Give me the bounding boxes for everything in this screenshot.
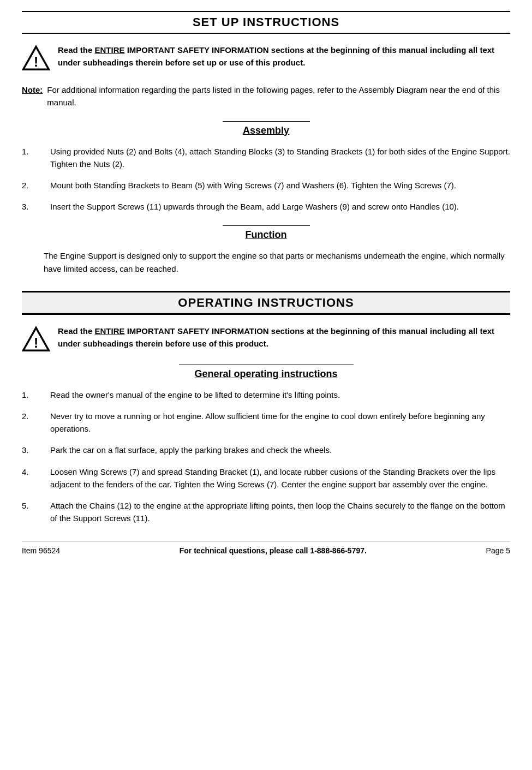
assembly-divider bbox=[223, 121, 310, 122]
general-step-number-5: 5. bbox=[22, 499, 37, 525]
general-step-text-3: Park the car on a flat surface, apply th… bbox=[50, 444, 332, 456]
general-operating-divider bbox=[179, 365, 354, 365]
footer-item: Item 96524 bbox=[22, 546, 60, 555]
step-number-2: 2. bbox=[22, 179, 37, 192]
function-heading: Function bbox=[22, 229, 510, 241]
warning-text-1: Read the ENTIRE IMPORTANT SAFETY INFORMA… bbox=[58, 44, 510, 69]
general-step-number-4: 4. bbox=[22, 465, 37, 491]
general-step-number-2: 2. bbox=[22, 410, 37, 435]
general-step-text-4: Loosen Wing Screws (7) and spread Standi… bbox=[50, 465, 510, 491]
general-step-4: 4. Loosen Wing Screws (7) and spread Sta… bbox=[22, 465, 510, 491]
footer-center: For technical questions, please call 1-8… bbox=[180, 546, 367, 555]
general-step-number-1: 1. bbox=[22, 389, 37, 401]
assembly-step-1: 1. Using provided Nuts (2) and Bolts (4)… bbox=[22, 145, 510, 171]
general-step-5: 5. Attach the Chains (12) to the engine … bbox=[22, 499, 510, 525]
svg-text:!: ! bbox=[34, 335, 39, 351]
warning-box-1: ! Read the ENTIRE IMPORTANT SAFETY INFOR… bbox=[22, 44, 510, 74]
assembly-list: 1. Using provided Nuts (2) and Bolts (4)… bbox=[22, 145, 510, 213]
step-number-1: 1. bbox=[22, 145, 37, 171]
general-step-number-3: 3. bbox=[22, 444, 37, 456]
function-text: The Engine Support is designed only to s… bbox=[22, 249, 510, 276]
operating-instructions-header: OPERATING INSTRUCTIONS bbox=[22, 291, 510, 315]
general-step-1: 1. Read the owner's manual of the engine… bbox=[22, 389, 510, 401]
warning-text-2: Read the ENTIRE IMPORTANT SAFETY INFORMA… bbox=[58, 325, 510, 350]
svg-text:!: ! bbox=[34, 53, 39, 70]
assembly-step-2: 2. Mount both Standing Brackets to Beam … bbox=[22, 179, 510, 192]
general-step-3: 3. Park the car on a flat surface, apply… bbox=[22, 444, 510, 456]
function-divider bbox=[223, 225, 310, 226]
general-step-text-2: Never try to move a running or hot engin… bbox=[50, 410, 510, 435]
warning-box-2: ! Read the ENTIRE IMPORTANT SAFETY INFOR… bbox=[22, 325, 510, 355]
step-text-1: Using provided Nuts (2) and Bolts (4), a… bbox=[50, 145, 510, 171]
assembly-step-3: 3. Insert the Support Screws (11) upward… bbox=[22, 200, 510, 213]
note-text: For additional information regarding the… bbox=[47, 83, 510, 109]
page-container: SET UP INSTRUCTIONS ! Read the ENTIRE IM… bbox=[22, 11, 510, 555]
note-label: Note: bbox=[22, 83, 43, 109]
step-text-3: Insert the Support Screws (11) upwards t… bbox=[50, 200, 459, 213]
assembly-heading: Assembly bbox=[22, 125, 510, 136]
general-step-text-5: Attach the Chains (12) to the engine at … bbox=[50, 499, 510, 525]
general-operating-heading: General operating instructions bbox=[22, 368, 510, 380]
general-step-2: 2. Never try to move a running or hot en… bbox=[22, 410, 510, 435]
step-text-2: Mount both Standing Brackets to Beam (5)… bbox=[50, 179, 456, 192]
setup-instructions-header: SET UP INSTRUCTIONS bbox=[22, 11, 510, 34]
step-number-3: 3. bbox=[22, 200, 37, 213]
warning-icon-2: ! bbox=[22, 325, 50, 355]
general-operating-list: 1. Read the owner's manual of the engine… bbox=[22, 389, 510, 525]
general-step-text-1: Read the owner's manual of the engine to… bbox=[50, 389, 340, 401]
warning-icon-1: ! bbox=[22, 44, 50, 74]
footer-page: Page 5 bbox=[486, 546, 510, 555]
page-footer: Item 96524 For technical questions, plea… bbox=[22, 541, 510, 555]
note-section: Note: For additional information regardi… bbox=[22, 83, 510, 109]
